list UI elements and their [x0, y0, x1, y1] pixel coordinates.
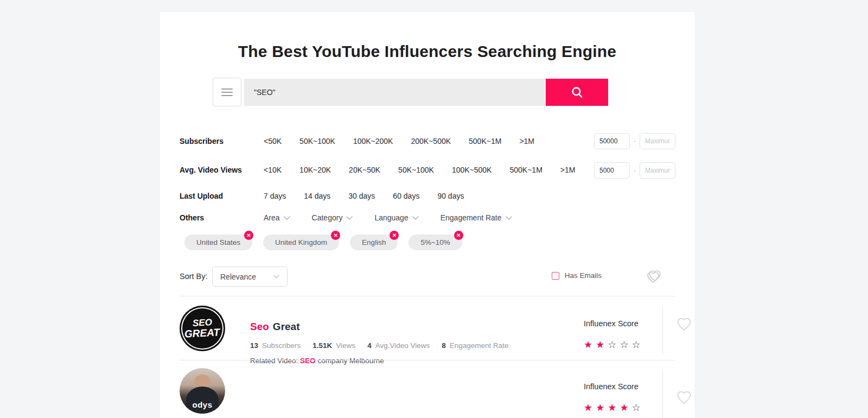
avg-views-max-input[interactable]: [640, 162, 675, 179]
subscribers-option[interactable]: >1M: [519, 137, 534, 145]
filter-label-others: Others: [180, 213, 264, 222]
filter-tag: 5%~10% ✕: [409, 235, 462, 250]
engagement-rate-dropdown[interactable]: Engagement Rate: [441, 213, 512, 222]
divider: [662, 371, 663, 418]
avg-views-range: -: [594, 162, 675, 179]
last-upload-option[interactable]: 7 days: [264, 192, 286, 200]
chevron-down-icon: [284, 216, 290, 220]
area-dropdown[interactable]: Area: [264, 213, 290, 222]
channel-name[interactable]: Craig Campbell...: [250, 414, 675, 418]
favorites-list-button[interactable]: [644, 268, 663, 288]
score-stars: ★★★★☆: [584, 403, 641, 413]
sort-toolbar: Sort By: Relevance Has Emails: [180, 267, 675, 287]
star-filled-icon: ★: [596, 340, 604, 350]
avg-views-option[interactable]: 10K~20K: [299, 166, 331, 174]
subscribers-option[interactable]: 50K~100K: [299, 137, 335, 145]
has-emails-label: Has Emails: [565, 271, 602, 280]
filter-label-last-upload: Last Upload: [180, 192, 264, 200]
heart-icon: [676, 390, 692, 405]
result-card: odys Craig Campbell... 37.4KSubscribers …: [180, 368, 675, 418]
chevron-down-icon: [412, 216, 419, 220]
filter-row-subscribers: Subscribers <50K 50K~100K 100K~200K 200K…: [180, 137, 552, 145]
filter-tag: United States ✕: [184, 235, 252, 250]
filter-row-others: Others Area Category Language Engagement…: [180, 213, 534, 222]
channel-avatar[interactable]: odys: [180, 368, 225, 414]
hamburger-icon: [221, 88, 233, 90]
subscribers-min-input[interactable]: [594, 133, 630, 149]
result-card: SEO GREAT SeoGreat Computer & Electronic…: [180, 306, 675, 360]
channel-avatar[interactable]: SEO GREAT: [180, 306, 225, 351]
influenex-score: Influenex Score ★★★★☆: [584, 382, 641, 413]
star-empty-icon: ☆: [620, 340, 628, 350]
remove-tag-icon[interactable]: ✕: [331, 231, 340, 240]
menu-button[interactable]: [213, 78, 241, 106]
search-bar: [213, 78, 608, 106]
favorite-button[interactable]: [676, 390, 692, 407]
subscribers-option[interactable]: 500K~1M: [469, 137, 501, 145]
avg-views-option[interactable]: 100K~500K: [452, 166, 492, 174]
last-upload-option[interactable]: 14 days: [304, 192, 330, 200]
subscribers-range: -: [594, 133, 675, 149]
subscribers-max-input[interactable]: [640, 133, 675, 149]
category-dropdown[interactable]: Category: [312, 213, 353, 222]
sort-by-label: Sort By:: [180, 272, 208, 281]
sort-select[interactable]: Relevance: [212, 267, 288, 287]
subscribers-option[interactable]: <50K: [264, 137, 282, 145]
magnifier-icon: [570, 85, 584, 99]
last-upload-option[interactable]: 90 days: [437, 192, 464, 200]
filter-tag: English ✕: [350, 235, 398, 250]
has-emails-filter[interactable]: Has Emails: [552, 271, 602, 280]
avg-views-option[interactable]: <10K: [264, 166, 282, 174]
range-dash: -: [634, 137, 636, 145]
filter-tag: United Kingdom ✕: [263, 235, 339, 250]
avg-views-min-input[interactable]: [594, 162, 630, 179]
last-upload-option[interactable]: 60 days: [393, 192, 419, 200]
related-video: Related Video: SEO company Melbourne: [250, 357, 675, 365]
star-filled-icon: ★: [596, 403, 604, 413]
page-title: The Best YouTube Influencers Searching E…: [160, 42, 694, 61]
main-panel: The Best YouTube Influencers Searching E…: [160, 12, 694, 418]
double-heart-icon: [644, 268, 663, 286]
star-filled-icon: ★: [620, 403, 628, 413]
active-filter-tags: United States ✕ United Kingdom ✕ English…: [184, 235, 462, 250]
remove-tag-icon[interactable]: ✕: [244, 231, 253, 240]
language-dropdown[interactable]: Language: [374, 213, 418, 222]
filter-row-last-upload: Last Upload 7 days 14 days 30 days 60 da…: [180, 192, 482, 200]
score-title: Influenex Score: [584, 382, 641, 391]
last-upload-option[interactable]: 30 days: [348, 192, 375, 200]
chevron-down-icon: [346, 216, 353, 220]
search-input[interactable]: [244, 79, 546, 106]
star-empty-icon: ☆: [632, 340, 641, 350]
search-button[interactable]: [546, 79, 608, 106]
divider: [180, 296, 675, 296]
range-dash: -: [634, 167, 636, 174]
influenex-score: Influenex Score ★★☆☆☆: [584, 319, 641, 350]
avg-views-option[interactable]: 50K~100K: [398, 166, 434, 174]
remove-tag-icon[interactable]: ✕: [454, 231, 463, 240]
filter-label-avg-video-views: Avg. Video Views: [180, 166, 264, 174]
subscribers-option[interactable]: 100K~200K: [353, 137, 393, 145]
avg-views-option[interactable]: 500K~1M: [509, 166, 542, 174]
divider: [180, 360, 675, 360]
filter-label-subscribers: Subscribers: [180, 137, 264, 145]
chevron-down-icon: [506, 216, 512, 220]
star-filled-icon: ★: [584, 403, 592, 413]
divider: [662, 308, 663, 354]
has-emails-checkbox[interactable]: [552, 272, 559, 280]
filter-row-avg-video-views: Avg. Video Views <10K 10K~20K 20K~50K 50…: [180, 166, 593, 174]
star-filled-icon: ★: [584, 340, 592, 350]
star-empty-icon: ☆: [608, 340, 616, 350]
score-stars: ★★☆☆☆: [584, 340, 641, 350]
subscribers-option[interactable]: 200K~500K: [411, 137, 451, 145]
avg-views-option[interactable]: >1M: [560, 166, 576, 174]
chevron-down-icon: [273, 275, 279, 278]
remove-tag-icon[interactable]: ✕: [390, 231, 399, 240]
heart-icon: [676, 316, 692, 332]
star-empty-icon: ☆: [632, 403, 641, 413]
avg-views-option[interactable]: 20K~50K: [349, 166, 380, 174]
score-title: Influenex Score: [584, 319, 641, 328]
star-filled-icon: ★: [608, 403, 616, 413]
favorite-button[interactable]: [676, 316, 692, 334]
